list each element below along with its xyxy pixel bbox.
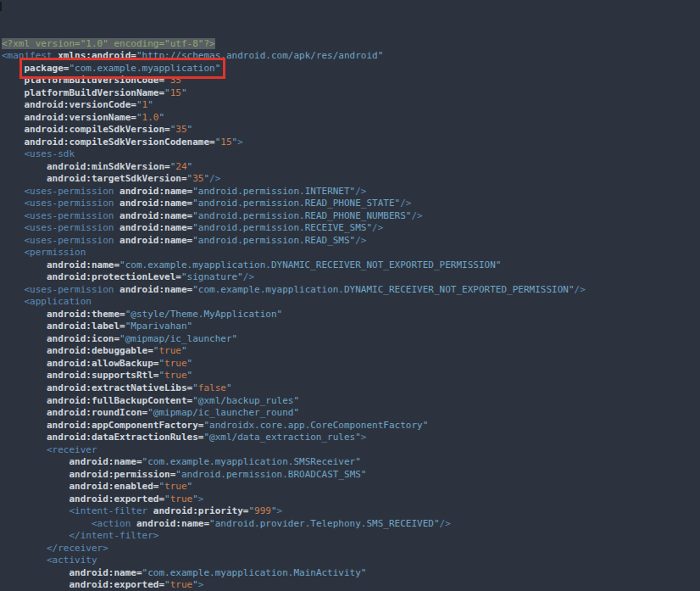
code-lines: <?xml version="1.0" encoding="utf-8"?><m… [2,38,700,591]
code-token-tag: </intent-filter> [69,530,158,541]
code-token-tag: /> [209,173,220,184]
line-text: android:dataExtractionRules="@xml/data_e… [47,432,367,443]
code-token-attr: android:versionName= [25,112,136,123]
line-text: android:enabled="true" [69,481,192,492]
indent [2,518,92,529]
code-token-str: " [192,579,198,590]
code-token-str: " [187,161,193,172]
indent [2,456,69,467]
indent [2,321,47,332]
code-line: android:name="com.example.myapplication.… [2,456,700,469]
code-token-str: " [158,112,164,123]
code-line: <manifest xmlns:android="http://schemas.… [2,50,700,63]
indent [2,296,25,307]
code-line: <?xml version="1.0" encoding="utf-8"?> [2,38,700,51]
code-token-tag: /> [575,284,586,295]
code-token-str: "com.example.myapplication.MainActivity" [142,567,367,578]
indent [2,432,47,443]
code-line: android:compileSdkVersionCodename="15"> [2,137,700,149]
code-line: android:allowBackup="true" [2,358,700,371]
indent [2,186,25,197]
code-token-str: "com.example.myapplication" [69,63,220,74]
code-token-plain [147,505,153,516]
line-text: android:protectionLevel="signature"/> [47,271,254,282]
code-line: <activity [2,555,700,567]
indent [2,333,47,344]
package-highlight-box: package="com.example.myapplication" [25,63,221,74]
indent [2,567,69,578]
code-line: android:exported="true"> [2,493,700,506]
code-token-attr: android:allowBackup= [47,358,158,369]
code-token-num: 35 [170,75,181,86]
code-token-attr: android:name= [119,186,192,197]
line-text: </intent-filter> [69,530,158,541]
line-text: android:permission="android.permission.B… [69,469,366,480]
code-line: android:targetSdkVersion="35"/> [2,173,700,186]
code-token-str: "com.example.myapplication.SMSReceiver" [142,456,361,467]
line-text: android:compileSdkVersion="35" [25,124,193,135]
code-token-str: " [164,493,170,505]
line-text: <uses-permission android:name="android.p… [25,198,412,209]
indent [2,469,69,480]
line-text: android:theme="@style/Theme.MyApplicatio… [47,309,282,320]
line-text: android:icon="@mipmap/ic_launcher" [47,333,237,344]
code-token-num: 999 [254,505,271,516]
code-line: <uses-sdk [2,148,700,161]
code-token-attr: android:label= [47,321,125,332]
code-token-str: " [192,382,198,393]
indent [2,63,25,74]
line-text: android:debuggable="true" [47,345,187,356]
code-token-tag: <intent-filter [69,505,147,516]
code-line: <intent-filter android:priority="999"> [2,505,700,518]
indent [2,370,47,381]
code-token-attr: android:name= [69,456,142,467]
code-line: <uses-permission android:name="android.p… [2,235,700,248]
code-token-attr: android:permission= [69,469,175,480]
code-token-tag: /> [440,518,451,529]
indent [2,198,25,209]
line-text: <action android:name="android.provider.T… [92,518,451,529]
code-token-str: " [136,112,142,123]
code-token-tag: <manifest [2,50,53,61]
code-token-num: 35 [192,173,203,184]
line-text: <permission [25,247,86,258]
line-text: <manifest xmlns:android="http://schemas.… [2,50,383,61]
code-token-attr: package= [25,63,69,74]
code-token-num: true [170,579,193,590]
indent [2,235,25,246]
code-token-num: true [164,358,187,369]
code-line: android:permission="android.permission.B… [2,469,700,482]
code-token-str: "android.permission.RECEIVE_SMS" [192,222,372,233]
code-token-str: "android.permission.READ_PHONE_STATE" [192,198,400,209]
code-token-tag: <uses-permission [25,222,114,233]
code-token-num: 35 [175,124,186,135]
code-token-num: 15 [220,137,231,148]
indent [2,395,47,406]
line-text: android:exported="true"> [69,579,203,590]
indent [2,148,25,159]
code-token-tag: > [237,137,243,148]
code-line: <uses-permission android:name="android.p… [2,198,700,210]
code-token-tag: > [198,493,204,505]
code-token-attr: android:name= [69,567,142,578]
code-token-tag: <uses-permission [25,198,114,209]
xml-code-editor[interactable]: <?xml version="1.0" encoding="utf-8"?><m… [0,0,700,591]
code-token-attr: android:name= [119,222,192,233]
code-token-attr: android:roundIcon= [47,407,147,418]
code-token-num: true [164,481,187,492]
code-token-attr: android:targetSdkVersion= [47,173,187,184]
line-text: platformBuildVersionCode="35" [25,75,187,86]
code-line: <uses-permission android:name="android.p… [2,210,700,223]
code-token-tag: <uses-permission [25,284,114,295]
indent [2,444,47,455]
indent [2,358,47,369]
code-token-str: "@mipmap/ic_launcher" [119,333,237,344]
code-token-attr: android:versionCode= [25,99,136,110]
code-token-tag: /> [355,235,366,246]
code-line: platformBuildVersionCode="35" [2,75,700,87]
code-token-str: "android.provider.Telephony.SMS_RECEIVED… [209,518,440,529]
code-token-str: "@mipmap/ic_launcher_round" [147,407,299,418]
indent [2,579,69,590]
code-token-attr: android:dataExtractionRules= [47,432,203,443]
code-line: <receiver [2,444,700,457]
